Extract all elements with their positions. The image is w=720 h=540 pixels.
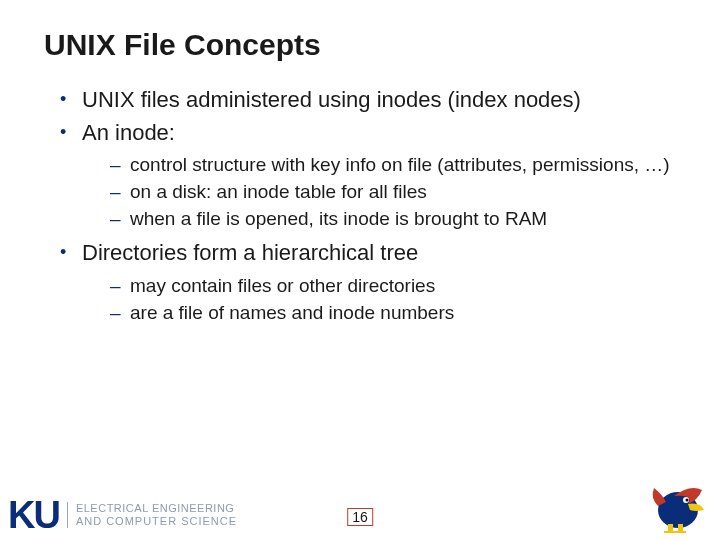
bullet-list: UNIX files administered using inodes (in… [58,86,676,325]
ku-logo: KU ELECTRICAL ENGINEERING AND COMPUTER S… [8,496,237,534]
dept-line2: AND COMPUTER SCIENCE [76,515,237,528]
svg-point-2 [686,499,689,502]
bullet-item: An inode: control structure with key inf… [58,119,676,232]
sub-bullet-text: on a disk: an inode table for all files [130,181,427,202]
bullet-item: UNIX files administered using inodes (in… [58,86,676,115]
sub-bullet-text: control structure with key info on file … [130,154,670,175]
ku-mark: KU [8,496,59,534]
sub-bullet-list: may contain files or other directories a… [82,274,676,325]
slide-title: UNIX File Concepts [44,28,676,62]
sub-bullet-text: when a file is opened, its inode is brou… [130,208,547,229]
bullet-text: UNIX files administered using inodes (in… [82,87,581,112]
sub-bullet-item: control structure with key info on file … [110,153,676,178]
slide: UNIX File Concepts UNIX files administer… [0,0,720,325]
sub-bullet-item: on a disk: an inode table for all files [110,180,676,205]
page-number: 16 [347,508,373,526]
jayhawk-mascot-icon [644,476,708,534]
svg-rect-3 [668,524,673,532]
sub-bullet-item: may contain files or other directories [110,274,676,299]
sub-bullet-item: when a file is opened, its inode is brou… [110,207,676,232]
bullet-text: An inode: [82,120,175,145]
slide-footer: KU ELECTRICAL ENGINEERING AND COMPUTER S… [0,472,720,540]
svg-rect-4 [678,524,683,532]
department-label: ELECTRICAL ENGINEERING AND COMPUTER SCIE… [67,502,237,527]
sub-bullet-item: are a file of names and inode numbers [110,301,676,326]
bullet-text: Directories form a hierarchical tree [82,240,418,265]
slide-content: UNIX files administered using inodes (in… [44,86,676,325]
bullet-item: Directories form a hierarchical tree may… [58,239,676,325]
sub-bullet-list: control structure with key info on file … [82,153,676,231]
dept-line1: ELECTRICAL ENGINEERING [76,502,237,515]
sub-bullet-text: are a file of names and inode numbers [130,302,454,323]
sub-bullet-text: may contain files or other directories [130,275,435,296]
